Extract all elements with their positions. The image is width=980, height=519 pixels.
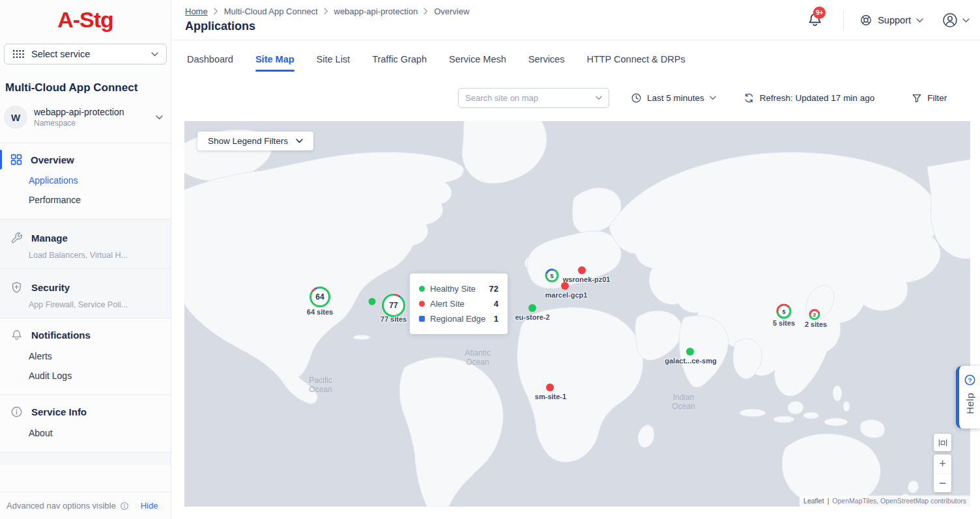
site-marker-marcel-gcp1[interactable] xyxy=(561,282,569,290)
notifications-bell-button[interactable]: 9+ xyxy=(807,12,824,29)
site-label: eu-store-2 xyxy=(515,313,549,321)
site-label: wsronek-pz01 xyxy=(563,275,611,283)
zoom-in-button[interactable]: + xyxy=(934,455,951,473)
refresh-status-label: Refresh: Updated 17 min ago xyxy=(760,93,874,103)
lifebuoy-icon xyxy=(859,14,872,27)
sidebar-item-performance[interactable]: Performance xyxy=(0,190,171,210)
hide-advanced-nav-link[interactable]: Hide xyxy=(141,501,158,511)
site-cluster-uk[interactable]: 5 xyxy=(545,269,559,283)
site-marker-eu-store-2[interactable] xyxy=(528,304,536,312)
tab-dashboard[interactable]: Dashboard xyxy=(187,54,233,72)
tab-service-mesh[interactable]: Service Mesh xyxy=(449,54,506,72)
cluster-label: 2 sites xyxy=(805,320,827,328)
search-site-combobox[interactable] xyxy=(458,88,609,108)
clock-icon xyxy=(631,92,642,104)
show-legend-filters-button[interactable]: Show Legend Filters xyxy=(197,132,313,150)
service-title: Multi-Cloud App Connect xyxy=(5,81,166,94)
fit-bounds-button[interactable] xyxy=(934,434,951,451)
main-content: Home Multi-Cloud App Connect webapp-api-… xyxy=(171,0,980,519)
namespace-selector[interactable]: W webapp-api-protection Namespace xyxy=(4,105,167,129)
sidebar-item-notifications[interactable]: Notifications xyxy=(0,324,171,346)
leaflet-link[interactable]: Leaflet xyxy=(803,497,824,505)
tab-traffic-graph[interactable]: Traffic Graph xyxy=(372,54,427,72)
wrench-icon xyxy=(10,232,23,244)
chevron-down-icon xyxy=(156,115,163,120)
bell-icon xyxy=(10,329,23,341)
security-label: Security xyxy=(31,282,70,293)
logo[interactable]: A-Stg xyxy=(0,0,171,39)
sidebar-item-service-info[interactable]: Service Info xyxy=(0,400,171,423)
nav-section-overview: Overview Applications Performance xyxy=(0,143,171,219)
user-menu[interactable] xyxy=(942,12,970,29)
manage-subtitle: Load Balancers, Virtual H... xyxy=(0,249,171,260)
sidebar: A-Stg Select service Multi-Cloud App Con… xyxy=(0,0,171,519)
legend-row-alert: Alert Site 4 xyxy=(419,296,498,311)
legend-regional-count: 1 xyxy=(494,314,498,324)
namespace-avatar: W xyxy=(4,105,27,129)
refresh-icon xyxy=(743,92,755,104)
map-toolbar: Last 5 minutes Refresh: Updated 17 min a… xyxy=(458,88,947,108)
select-service-label: Select service xyxy=(31,49,90,59)
alert-dot-icon xyxy=(419,301,425,307)
page-title: Applications xyxy=(185,20,255,33)
site-cluster-us-east[interactable]: 77 xyxy=(382,294,405,317)
site-cluster-korea[interactable]: 5 xyxy=(777,304,792,319)
tab-http-connect-drps[interactable]: HTTP Connect & DRPs xyxy=(586,54,685,72)
sidebar-item-audit-logs[interactable]: Audit Logs xyxy=(0,366,171,386)
sidebar-item-security[interactable]: Security App Firewall, Service Poli... xyxy=(0,268,171,318)
world-map[interactable]: Atlantic Ocean Pacific Ocean Indian Ocea… xyxy=(184,121,970,507)
sidebar-item-overview[interactable]: Overview xyxy=(0,148,171,171)
support-menu[interactable]: Support xyxy=(859,14,923,27)
apps-grid-icon xyxy=(12,49,25,59)
zoom-out-button[interactable]: − xyxy=(934,473,951,492)
site-label: sm-site-1 xyxy=(535,393,566,400)
attribution-sources[interactable]: OpenMapTiles, OpenStreetMap contributors xyxy=(832,497,966,505)
breadcrumb-overview[interactable]: Overview xyxy=(434,7,469,16)
legend-alert-count: 4 xyxy=(494,299,498,309)
breadcrumb-service[interactable]: Multi-Cloud App Connect xyxy=(224,7,318,16)
advanced-nav-text: Advanced nav options visible xyxy=(7,501,116,511)
time-range-label: Last 5 minutes xyxy=(647,93,704,103)
ocean-label-indian: Indian Ocean xyxy=(661,393,706,412)
time-range-selector[interactable]: Last 5 minutes xyxy=(631,92,716,104)
svg-text:?: ? xyxy=(968,376,972,384)
tab-site-map[interactable]: Site Map xyxy=(255,54,295,72)
cluster-label: 64 sites xyxy=(307,308,333,316)
legend-regional-label: Regional Edge xyxy=(430,314,485,324)
site-marker-galact-ce-smg[interactable] xyxy=(686,348,694,356)
tab-site-list[interactable]: Site List xyxy=(317,54,351,72)
site-label: marcel-gcp1 xyxy=(545,291,588,299)
nav-section-service-info: Service Info About xyxy=(0,395,171,452)
namespace-name: webapp-api-protection xyxy=(34,107,124,117)
chevron-right-icon xyxy=(324,8,328,15)
breadcrumb-namespace[interactable]: webapp-api-protection xyxy=(334,7,418,16)
sidebar-item-about[interactable]: About xyxy=(0,423,171,443)
info-icon xyxy=(10,406,23,418)
shield-icon xyxy=(10,281,23,294)
search-input[interactable] xyxy=(465,93,596,103)
site-cluster-japan[interactable]: 2 xyxy=(809,309,820,320)
chevron-down-icon xyxy=(916,18,923,23)
chevron-down-icon xyxy=(296,139,303,143)
site-cluster-us-west[interactable]: 64 xyxy=(310,287,330,307)
sidebar-footer: Advanced nav options visible Hide xyxy=(0,492,171,519)
sidebar-item-alerts[interactable]: Alerts xyxy=(0,346,171,366)
regional-edge-square-icon xyxy=(419,316,425,322)
support-label: Support xyxy=(878,15,911,25)
site-marker-sm-site-1[interactable] xyxy=(546,384,554,391)
breadcrumb-home[interactable]: Home xyxy=(185,7,208,16)
site-marker-us-central[interactable] xyxy=(369,298,376,305)
filter-label: Filter xyxy=(927,93,947,103)
sidebar-item-manage[interactable]: Manage Load Balancers, Virtual H... xyxy=(0,219,171,268)
page-header: Home Multi-Cloud App Connect webapp-api-… xyxy=(171,0,980,40)
select-service-dropdown[interactable]: Select service xyxy=(4,44,167,64)
site-marker-wsronek-pz01[interactable] xyxy=(578,266,586,274)
help-panel-tab[interactable]: ? Help xyxy=(956,366,980,428)
sidebar-item-applications[interactable]: Applications xyxy=(0,171,171,190)
refresh-button[interactable]: Refresh: Updated 17 min ago xyxy=(743,92,874,104)
namespace-type-label: Namespace xyxy=(34,119,124,128)
filter-button[interactable]: Filter xyxy=(912,93,947,104)
tab-services[interactable]: Services xyxy=(528,54,565,72)
legend-healthy-label: Healthy Site xyxy=(430,284,476,294)
info-icon xyxy=(120,501,129,511)
